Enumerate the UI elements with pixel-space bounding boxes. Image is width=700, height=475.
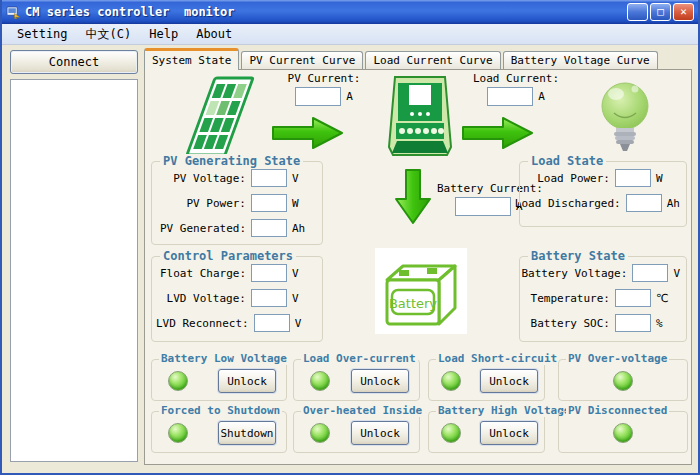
pv-current-label: PV Current:: [265, 72, 383, 85]
float-charge-input[interactable]: [251, 264, 287, 282]
over-heated-inside-unlock-button[interactable]: Unlock: [351, 421, 409, 445]
pv-power-label: PV Power:: [186, 197, 246, 210]
minimize-button[interactable]: _: [627, 3, 648, 21]
pv-flow-arrow-icon: [271, 115, 345, 151]
control-parameters-group: Control Parameters Float Charge: V LVD V…: [151, 256, 323, 342]
battery-low-voltage-unlock-button[interactable]: Unlock: [218, 369, 276, 393]
load-power-label: Load Power:: [537, 172, 610, 185]
pv-generating-state-title: PV Generating State: [160, 154, 303, 168]
battery-low-voltage-led: [168, 371, 188, 391]
battery-voltage-input[interactable]: [632, 264, 668, 282]
battery-voltage-label: Battery Voltage:: [521, 267, 627, 280]
lvd-reconnect-input[interactable]: [254, 314, 290, 332]
pv-voltage-label: PV Voltage:: [173, 172, 246, 185]
param-row: Load Discharged: Ah: [524, 194, 680, 212]
battery-state-group: Battery State Battery Voltage: V Tempera…: [519, 256, 687, 342]
battery-high-voltage-group: Battery High Voltage Unlock: [428, 411, 545, 453]
load-over-current-group: Load Over-current Unlock: [293, 359, 420, 401]
param-row: PV Voltage: V: [156, 169, 316, 187]
pv-current-unit: A: [346, 90, 353, 103]
pv-over-voltage-led: [613, 371, 633, 391]
pv-voltage-unit: V: [292, 172, 316, 185]
connect-button[interactable]: Connect: [10, 50, 138, 74]
pv-generating-state-group: PV Generating State PV Voltage: V PV Pow…: [151, 161, 323, 245]
shutdown-button[interactable]: Shutdown: [218, 421, 276, 445]
app-icon: [6, 5, 21, 20]
pv-over-voltage-group: PV Over-voltage: [558, 359, 688, 401]
lvd-reconnect-label: LVD Reconnect:: [156, 317, 249, 330]
battery-high-voltage-title: Battery High Voltage: [436, 404, 572, 417]
window-title: CM series controller monitor: [25, 5, 625, 19]
load-over-current-unlock-button[interactable]: Unlock: [351, 369, 409, 393]
load-current-input[interactable]: [487, 87, 533, 106]
pv-voltage-input[interactable]: [251, 169, 287, 187]
load-discharged-label: Load Discharged:: [515, 197, 621, 210]
light-bulb-icon: [597, 78, 653, 154]
battery-soc-label: Battery SOC:: [531, 317, 610, 330]
lvd-voltage-unit: V: [292, 292, 316, 305]
battery-soc-unit: %: [656, 317, 680, 330]
app-window: CM series controller monitor _ □ ✕ Setti…: [0, 0, 700, 475]
over-heated-inside-title: Over-heated Inside: [301, 404, 424, 417]
device-list[interactable]: [10, 79, 138, 462]
battery-icon-label: Battery: [389, 296, 437, 311]
float-charge-label: Float Charge:: [160, 267, 246, 280]
maximize-button[interactable]: □: [650, 3, 671, 21]
temperature-unit: ℃: [656, 292, 680, 305]
load-short-circuit-group: Load Short-circuit Unlock: [428, 359, 545, 401]
load-discharged-input[interactable]: [626, 194, 662, 212]
battery-soc-input[interactable]: [615, 314, 651, 332]
load-power-input[interactable]: [615, 169, 651, 187]
over-heated-inside-group: Over-heated Inside Unlock: [293, 411, 420, 453]
pv-power-unit: W: [292, 197, 316, 210]
battery-state-title: Battery State: [528, 249, 628, 263]
close-button[interactable]: ✕: [673, 3, 694, 21]
param-row: Temperature: ℃: [524, 289, 680, 307]
pv-disconnected-title: PV Disconnected: [566, 404, 669, 417]
load-current-block: Load Current: A: [457, 72, 575, 106]
menu-help[interactable]: Help: [140, 25, 187, 43]
param-row: LVD Reconnect: V: [156, 314, 316, 332]
float-charge-unit: V: [292, 267, 316, 280]
forced-to-shutdown-title: Forced to Shutdown: [159, 404, 282, 417]
tab-system-state[interactable]: System State: [144, 48, 239, 70]
battery-high-voltage-led: [441, 423, 461, 443]
pv-over-voltage-title: PV Over-voltage: [566, 352, 669, 365]
pv-disconnected-group: PV Disconnected: [558, 411, 688, 453]
load-over-current-title: Load Over-current: [301, 352, 418, 365]
lvd-voltage-label: LVD Voltage:: [167, 292, 246, 305]
tab-load-current-curve[interactable]: Load Current Curve: [365, 51, 500, 69]
title-bar: CM series controller monitor _ □ ✕: [2, 0, 698, 24]
lvd-reconnect-unit: V: [295, 317, 316, 330]
pv-generated-label: PV Generated:: [160, 222, 246, 235]
pv-power-input[interactable]: [251, 194, 287, 212]
control-parameters-title: Control Parameters: [160, 249, 296, 263]
menu-language[interactable]: 中文(C): [77, 24, 141, 45]
battery-current-input[interactable]: [455, 197, 511, 216]
param-row: Battery SOC: %: [524, 314, 680, 332]
tab-pv-current-curve[interactable]: PV Current Curve: [241, 51, 363, 69]
pv-generated-input[interactable]: [251, 219, 287, 237]
menu-about[interactable]: About: [187, 25, 241, 43]
load-current-unit: A: [538, 90, 545, 103]
load-flow-arrow-icon: [461, 115, 535, 151]
pv-generated-unit: Ah: [292, 222, 316, 235]
controller-icon: [385, 75, 455, 157]
load-state-title: Load State: [528, 154, 606, 168]
temperature-label: Temperature:: [531, 292, 610, 305]
param-row: PV Power: W: [156, 194, 316, 212]
battery-low-voltage-title: Battery Low Voltage: [159, 352, 289, 365]
forced-to-shutdown-group: Forced to Shutdown Shutdown: [151, 411, 287, 453]
pv-current-input[interactable]: [295, 87, 341, 106]
temperature-input[interactable]: [615, 289, 651, 307]
battery-high-voltage-unlock-button[interactable]: Unlock: [480, 421, 538, 445]
tab-battery-voltage-curve[interactable]: Battery Voltage Curve: [503, 51, 658, 69]
pv-current-block: PV Current: A: [265, 72, 383, 106]
app-body: Connect System State PV Current Curve Lo…: [4, 45, 696, 471]
param-row: Battery Voltage: V: [524, 264, 680, 282]
load-short-circuit-unlock-button[interactable]: Unlock: [480, 369, 538, 393]
lvd-voltage-input[interactable]: [251, 289, 287, 307]
menu-setting[interactable]: Setting: [8, 25, 77, 43]
battery-icon: Battery: [375, 248, 467, 334]
load-short-circuit-led: [441, 371, 461, 391]
